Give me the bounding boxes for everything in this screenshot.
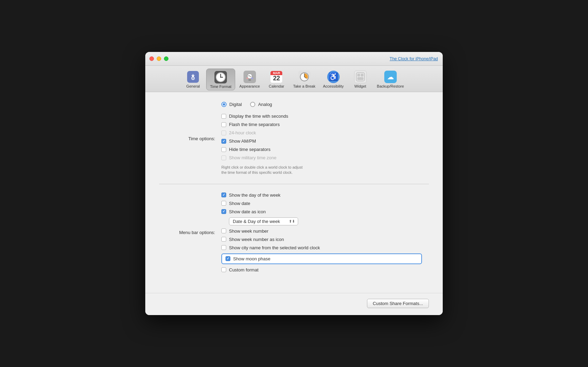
show-dayofweek-row[interactable]: Show the day of the week [221, 193, 422, 198]
military-timezone-row[interactable]: Show military time zone [221, 155, 303, 160]
traffic-lights [149, 56, 168, 61]
accessibility-icon: ♿ [327, 71, 340, 83]
custom-format-checkbox[interactable] [221, 267, 226, 272]
display-seconds-row[interactable]: Display the time with seconds [221, 114, 303, 119]
svg-point-12 [251, 78, 253, 79]
content-area: Time options: Digital Analog [145, 92, 443, 293]
backuprestore-icon: ☁ [384, 71, 397, 83]
show-moon-phase-highlighted-row[interactable]: Show moon phase [221, 253, 422, 264]
time-options-controls: Digital Analog Display the time with sec… [221, 102, 303, 176]
menubar-options-row: Menu bar options: Show the day of the we… [159, 193, 429, 272]
tab-appearance[interactable]: Appearance [236, 69, 263, 90]
hide-separators-row[interactable]: Hide time separators [221, 147, 303, 152]
tab-widget-label: Widget [354, 84, 366, 88]
show-city-name-checkbox[interactable] [221, 245, 226, 250]
svg-rect-21 [361, 74, 364, 77]
show-date-checkbox[interactable] [221, 201, 226, 206]
digital-radio-row[interactable]: Digital [221, 102, 242, 107]
takeabreak-icon [298, 71, 311, 83]
display-seconds-label: Display the time with seconds [229, 114, 288, 119]
calendar-icon: MAR 22 [270, 71, 283, 83]
tab-backuprestore[interactable]: ☁ Backup/Restore [374, 69, 407, 90]
titlebar: The Clock for iPhone/iPad [145, 52, 443, 66]
minimize-button[interactable] [157, 56, 161, 61]
tab-general[interactable]: General [181, 69, 205, 90]
flash-separators-label: Flash the time separators [229, 122, 280, 127]
24hour-clock-row[interactable]: 24-hour clock [221, 130, 303, 135]
show-week-number-checkbox[interactable] [221, 229, 226, 233]
show-week-number-row[interactable]: Show week number [221, 229, 422, 234]
tab-backuprestore-label: Backup/Restore [377, 84, 404, 88]
time-options-label: Time options: [159, 136, 221, 141]
dropdown-arrow-icon: ⬆⬇ [289, 219, 295, 224]
analog-label: Analog [258, 102, 272, 107]
maximize-button[interactable] [164, 56, 168, 61]
custom-share-formats-button[interactable]: Custom Share Formats... [367, 299, 429, 308]
iphone-ipad-link[interactable]: The Clock for iPhone/iPad [390, 56, 438, 61]
show-date-icon-label: Show date as icon [229, 209, 266, 214]
show-ampm-label: Show AM/PM [229, 138, 256, 144]
tab-calendar[interactable]: MAR 22 Calendar [264, 69, 289, 90]
show-date-label: Show date [229, 201, 250, 206]
show-dayofweek-label: Show the day of the week [229, 193, 281, 198]
svg-rect-13 [248, 79, 251, 81]
time-format-radio-group: Digital Analog [221, 102, 303, 107]
show-date-icon-row[interactable]: Show date as icon [221, 209, 422, 214]
show-ampm-checkbox[interactable] [221, 139, 226, 144]
appearance-icon [244, 71, 256, 83]
show-date-row[interactable]: Show date [221, 201, 422, 206]
tab-accessibility[interactable]: ♿ Accessibility [320, 69, 347, 90]
show-city-name-label: Show city name from the selected world c… [229, 245, 320, 250]
toolbar: General Time Format [145, 66, 443, 92]
24hour-clock-checkbox[interactable] [221, 131, 226, 135]
timeformat-icon [214, 71, 227, 83]
hint-text: Right click or double click a world cloc… [221, 165, 303, 176]
tab-calendar-label: Calendar [269, 84, 284, 88]
display-seconds-checkbox[interactable] [221, 114, 226, 119]
tab-widget[interactable]: Widget [348, 69, 373, 90]
menubar-options-label: Menu bar options: [159, 230, 221, 235]
show-moon-phase-label: Show moon phase [233, 256, 270, 261]
show-week-number-label: Show week number [229, 229, 268, 234]
tab-timeformat[interactable]: Time Format [206, 69, 235, 90]
tab-timeformat-label: Time Format [210, 84, 231, 89]
show-dayofweek-checkbox[interactable] [221, 193, 226, 197]
show-date-icon-checkbox[interactable] [221, 209, 226, 214]
tab-accessibility-label: Accessibility [323, 84, 344, 88]
tab-takeabreak[interactable]: Take a Break [290, 69, 319, 90]
widget-icon [354, 71, 367, 83]
time-options-row: Time options: Digital Analog [159, 102, 429, 176]
flash-separators-checkbox[interactable] [221, 122, 226, 127]
svg-rect-22 [357, 77, 364, 80]
app-window: The Clock for iPhone/iPad General [145, 52, 443, 315]
analog-radio-row[interactable]: Analog [250, 102, 272, 107]
svg-point-2 [193, 78, 194, 79]
show-ampm-row[interactable]: Show AM/PM [221, 138, 303, 144]
hide-separators-checkbox[interactable] [221, 147, 226, 152]
menubar-options-controls: Show the day of the week Show date Show … [221, 193, 422, 272]
show-week-number-icon-row[interactable]: Show week number as icon [221, 237, 422, 242]
military-timezone-checkbox[interactable] [221, 155, 226, 160]
show-week-number-icon-checkbox[interactable] [221, 237, 226, 242]
dropdown-row: Date & Day of the week ⬆⬇ [229, 217, 422, 225]
date-display-dropdown[interactable]: Date & Day of the week ⬆⬇ [229, 217, 298, 225]
time-options-section: Time options: Digital Analog [159, 102, 429, 176]
close-button[interactable] [149, 56, 154, 61]
tab-takeabreak-label: Take a Break [293, 84, 315, 88]
tab-general-label: General [186, 84, 200, 88]
dropdown-selected-label: Date & Day of the week [233, 219, 280, 224]
custom-format-row[interactable]: Custom format [221, 267, 422, 272]
svg-point-8 [220, 77, 221, 78]
bottom-bar: Custom Share Formats... [145, 293, 443, 315]
show-city-name-row[interactable]: Show city name from the selected world c… [221, 245, 422, 250]
flash-separators-row[interactable]: Flash the time separators [221, 122, 303, 127]
show-moon-phase-checkbox[interactable] [226, 256, 230, 261]
tab-appearance-label: Appearance [239, 84, 260, 88]
military-timezone-label: Show military time zone [229, 155, 276, 160]
menubar-options-section: Menu bar options: Show the day of the we… [159, 193, 429, 272]
digital-radio[interactable] [221, 102, 227, 107]
section-divider [159, 184, 429, 184]
show-week-number-icon-label: Show week number as icon [229, 237, 284, 242]
analog-radio[interactable] [250, 102, 255, 107]
hide-separators-label: Hide time separators [229, 147, 270, 152]
